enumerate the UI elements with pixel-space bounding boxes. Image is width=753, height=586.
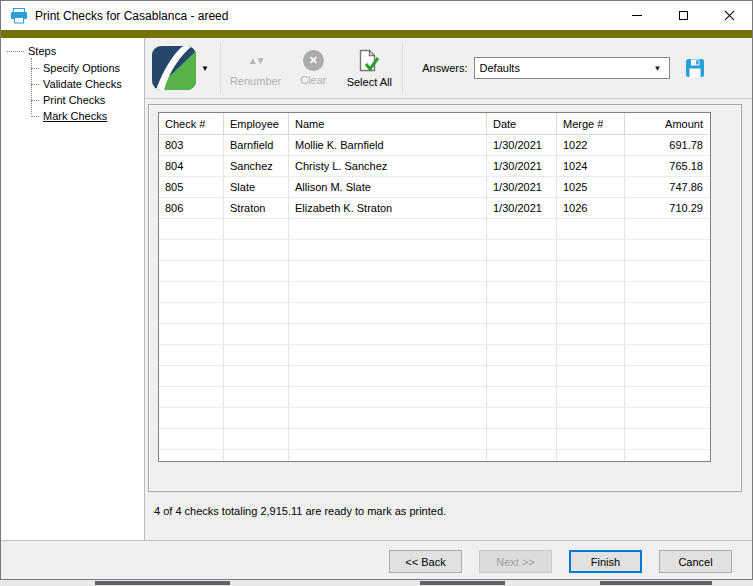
table-row[interactable]: 803 Barnfield Mollie K. Barnfield 1/30/2… [159,135,710,156]
answers-value: Defaults [480,62,520,74]
grid-header-row: Check # Employee Name Date Merge # Amoun… [159,113,710,135]
maximize-icon [679,11,688,20]
sidebar-item-print-checks[interactable]: Print Checks [31,92,144,108]
answers-combobox[interactable]: Defaults ▼ [474,57,670,79]
toolbar-separator [402,43,403,93]
tree-node-steps: Steps [1,44,144,58]
sidebar-item-mark-checks[interactable]: Mark Checks [31,108,144,124]
background-window-fragment [95,581,230,585]
next-button[interactable]: Next >> [479,550,552,573]
select-all-button[interactable]: Select All [341,41,397,95]
answers-label: Answers: [422,62,467,74]
logo-dropdown-caret[interactable]: ▼ [201,64,209,73]
column-header-merge[interactable]: Merge # [557,113,625,134]
tree-connector [7,51,24,52]
printer-icon [10,8,28,24]
grid-panel: Check # Employee Name Date Merge # Amoun… [148,104,742,492]
content-area: ▼ ▲▼ Renumber ✕ Clear [145,38,752,540]
minimize-icon [632,15,642,16]
status-text: 4 of 4 checks totaling 2,915.11 are read… [154,505,752,517]
save-answers-button[interactable] [685,58,705,78]
maximize-button[interactable] [660,1,706,30]
cancel-button[interactable]: Cancel [659,550,732,573]
column-header-date[interactable]: Date [487,113,557,134]
background-window-strip [0,580,753,586]
table-row[interactable]: 804 Sanchez Christy L. Sanchez 1/30/2021… [159,156,710,177]
close-button[interactable] [706,1,752,30]
back-button[interactable]: << Back [389,550,462,573]
background-window-fragment [420,581,505,585]
toolbar-separator [220,43,221,93]
close-icon [724,10,735,21]
sidebar-item-specify-options[interactable]: Specify Options [31,60,144,76]
column-header-amount[interactable]: Amount [625,113,710,134]
chevron-down-icon: ▼ [654,64,669,73]
window-title: Print Checks for Casablanca - areed [35,9,614,23]
save-icon [685,58,705,78]
app-logo-button[interactable] [151,45,197,91]
column-header-check[interactable]: Check # [159,113,224,134]
column-header-employee[interactable]: Employee [224,113,289,134]
sidebar-item-validate-checks[interactable]: Validate Checks [31,76,144,92]
table-row[interactable]: 806 Straton Elizabeth K. Straton 1/30/20… [159,198,710,219]
background-window-fragment [600,581,712,585]
accent-bar [1,30,752,38]
toolbar: ▼ ▲▼ Renumber ✕ Clear [145,38,752,99]
clear-button[interactable]: ✕ Clear [285,41,341,95]
dialog-window: Print Checks for Casablanca - areed Step… [0,0,753,580]
select-all-icon [358,49,380,73]
footer-button-bar: << Back Next >> Finish Cancel [1,541,752,579]
title-bar: Print Checks for Casablanca - areed [1,1,752,30]
clear-icon: ✕ [303,50,324,71]
column-header-name[interactable]: Name [289,113,487,134]
checks-grid: Check # Employee Name Date Merge # Amoun… [158,112,711,462]
minimize-button[interactable] [614,1,660,30]
tree-connector [31,58,32,114]
table-row[interactable]: 805 Slate Allison M. Slate 1/30/2021 102… [159,177,710,198]
steps-sidebar: Steps Specify Options Validate Checks Pr… [1,38,145,540]
renumber-icon: ▲▼ [248,50,264,72]
app-logo-icon [152,46,196,90]
renumber-button[interactable]: ▲▼ Renumber [226,41,285,95]
finish-button[interactable]: Finish [569,550,642,573]
